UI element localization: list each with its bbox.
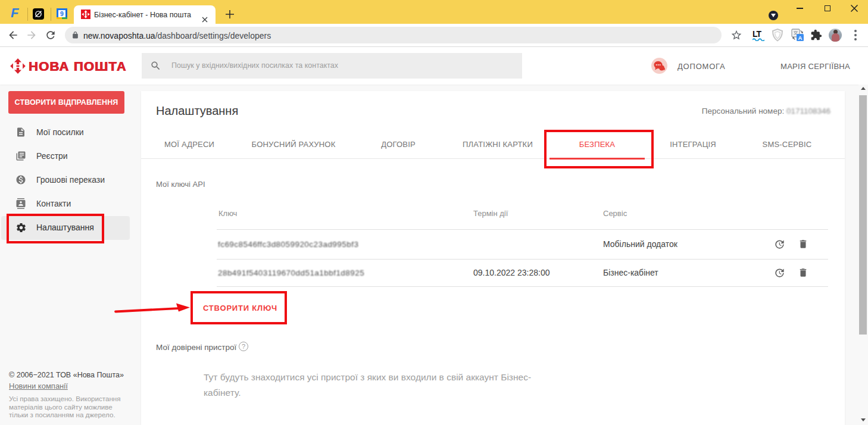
svg-text:A: A: [798, 35, 803, 41]
svg-text:9: 9: [60, 10, 64, 17]
